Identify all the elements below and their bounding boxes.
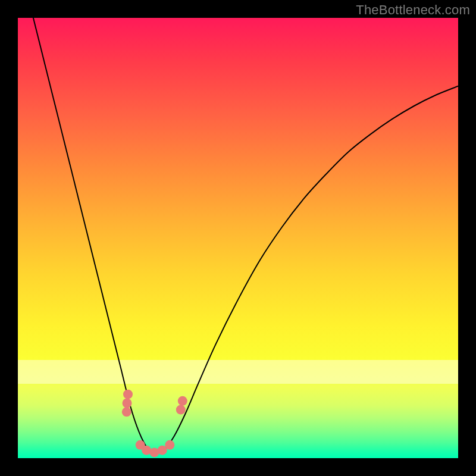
chart-frame: TheBottleneck.com (0, 0, 476, 476)
plot-gradient-background (18, 18, 458, 458)
watermark-text: TheBottleneck.com (356, 2, 470, 18)
